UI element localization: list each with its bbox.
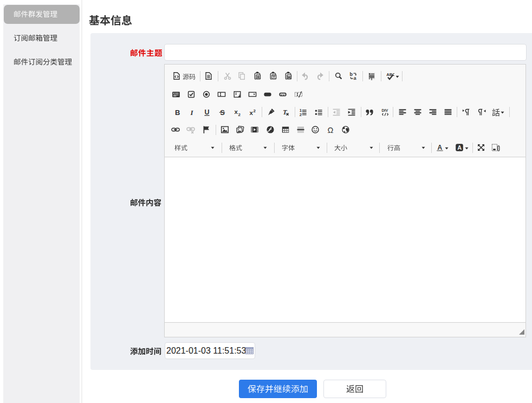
svg-text:I: I <box>190 108 194 116</box>
svg-text:A: A <box>437 144 442 151</box>
svg-text:DIV: DIV <box>381 108 388 112</box>
svg-text:ABC: ABC <box>386 72 394 77</box>
svg-text:Ω: Ω <box>328 126 334 135</box>
svg-text:2: 2 <box>300 112 302 116</box>
svg-text:A: A <box>457 144 462 151</box>
svg-text:b: b <box>350 72 353 77</box>
svg-text:x: x <box>234 108 238 115</box>
svg-text:a: a <box>354 75 357 81</box>
svg-text:U: U <box>205 108 210 116</box>
svg-text:2: 2 <box>254 108 256 113</box>
svg-text:B: B <box>175 108 180 116</box>
svg-text:x: x <box>250 110 254 116</box>
svg-text:2: 2 <box>238 112 241 117</box>
